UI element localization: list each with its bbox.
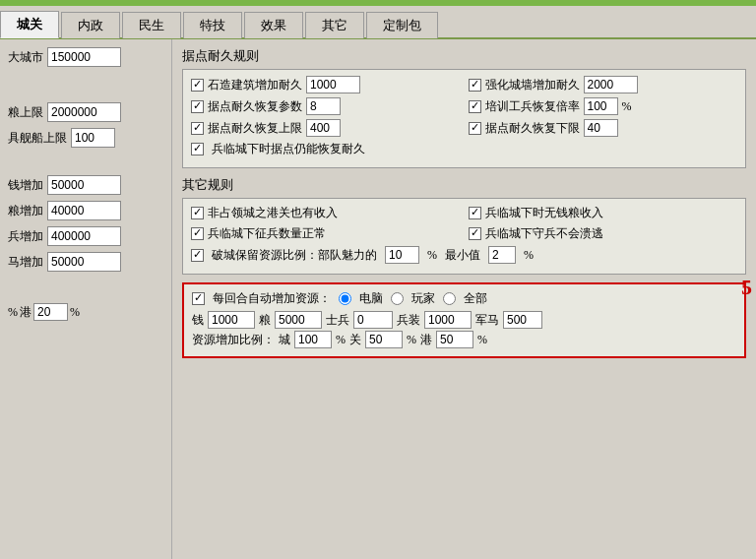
ship-limit-label: 具舰船上限 (8, 130, 67, 147)
tab-neizheng[interactable]: 内政 (61, 12, 120, 38)
grain-inc-label: 粮增加 (8, 203, 43, 219)
auto-resource-label: 每回合自动增加资源： (213, 290, 331, 307)
radio-all[interactable] (443, 292, 456, 305)
highlight-section: 5 每回合自动增加资源： 电脑 玩家 全部 钱 粮 (182, 282, 746, 358)
capture-resource-ratio-input[interactable] (385, 246, 419, 264)
sidebar-row-money-inc: 钱增加 (8, 175, 163, 195)
train-engineer-input[interactable] (584, 97, 618, 115)
port-ratio-input[interactable] (436, 331, 473, 348)
tab-dingzhibao[interactable]: 定制包 (366, 12, 438, 38)
main-layout: 大城市 粮上限 具舰船上限 钱增加 粮增加 兵增加 马增加 (0, 39, 756, 559)
durability-title: 据点耐久规则 (182, 47, 746, 65)
radio-player-label: 玩家 (411, 290, 435, 307)
other-row-1: 非占领城之港关也有收入 兵临城下时无钱粮收入 (191, 205, 737, 221)
gate-ratio-input[interactable] (365, 331, 403, 348)
recovery-upper-cb[interactable] (191, 122, 204, 135)
equipment-label-res: 兵装 (397, 312, 420, 329)
other-box: 非占领城之港关也有收入 兵临城下时无钱粮收入 兵临城下征兵数量正常 (182, 198, 746, 275)
percent-label: % (8, 305, 18, 320)
radio-all-label: 全部 (464, 290, 487, 307)
money-label-res: 钱 (192, 312, 204, 329)
city-label: 大城市 (8, 49, 43, 66)
other-col-2-1: 兵临城下征兵数量正常 (191, 225, 461, 242)
money-res-input[interactable] (208, 311, 255, 329)
sidebar-port-row: % 港 % (8, 303, 163, 321)
soldier-label-res: 士兵 (326, 312, 349, 329)
sidebar-row-ship-limit: 具舰船上限 (8, 128, 163, 148)
tab-chenguan[interactable]: 城关 (0, 11, 59, 38)
recovery-upper-input[interactable] (306, 119, 341, 137)
dur-col-1-2: 强化城墙增加耐久 (469, 76, 738, 93)
recovery-lower-cb[interactable] (469, 122, 481, 135)
min-value-unit: % (524, 248, 534, 263)
siege-no-rout-cb[interactable] (469, 227, 481, 240)
reinforce-wall-cb[interactable] (469, 79, 481, 92)
capture-resource-ratio-label: 破城保留资源比例：部队魅力的 (212, 247, 377, 264)
auto-resource-cb[interactable] (192, 292, 205, 305)
stone-building-label: 石造建筑增加耐久 (208, 77, 302, 93)
dur-row-4: 兵临城下时据点仍能恢复耐久 (191, 141, 737, 157)
non-occupied-income-cb[interactable] (191, 207, 204, 219)
min-value-label: 最小值 (445, 247, 480, 264)
recovery-lower-input[interactable] (584, 119, 618, 137)
train-engineer-cb[interactable] (469, 100, 481, 113)
horse-res-input[interactable] (503, 311, 542, 329)
resources-row: 钱 粮 士兵 兵装 军马 (192, 311, 736, 329)
sidebar-row-soldier-inc: 兵增加 (8, 226, 163, 246)
stone-building-input[interactable] (306, 76, 360, 93)
equipment-res-input[interactable] (424, 311, 472, 329)
grain-inc-input[interactable] (47, 201, 121, 220)
train-engineer-unit: % (622, 99, 632, 114)
soldier-inc-input[interactable] (47, 226, 121, 246)
money-inc-input[interactable] (47, 175, 121, 195)
port-input-sidebar[interactable] (33, 303, 68, 321)
tab-minsheng[interactable]: 民生 (122, 12, 181, 38)
ratio-row: 资源增加比例： 城 % 关 % 港 % (192, 331, 736, 348)
ship-limit-input[interactable] (71, 128, 115, 148)
radio-player[interactable] (391, 292, 404, 305)
recovery-param-cb[interactable] (191, 100, 204, 113)
port-label-sidebar: 港 (20, 304, 32, 321)
tab-teji[interactable]: 特技 (183, 12, 242, 38)
recovery-upper-label: 据点耐久恢复上限 (208, 120, 302, 137)
grain-limit-input[interactable] (47, 102, 121, 122)
min-value-input[interactable] (488, 246, 516, 264)
city-ratio-input[interactable] (294, 331, 332, 348)
capture-resource-ratio-cb[interactable] (191, 249, 204, 262)
gate-ratio-label: 关 (349, 332, 361, 348)
city-input[interactable] (47, 47, 121, 67)
radio-computer[interactable] (339, 292, 351, 305)
soldier-inc-label: 兵增加 (8, 228, 43, 245)
dur-col-2-2: 培训工兵恢复倍率 % (469, 97, 738, 115)
siege-recovery-label: 兵临城下时据点仍能恢复耐久 (212, 141, 365, 157)
siege-no-rout-label: 兵临城下守兵不会溃逃 (485, 225, 603, 242)
highlight-number: 5 (741, 275, 752, 300)
durability-box: 石造建筑增加耐久 强化城墙增加耐久 据点耐久恢复参数 (182, 69, 746, 168)
tab-qita[interactable]: 其它 (305, 12, 364, 38)
ratio-label: 资源增加比例： (192, 332, 275, 348)
soldier-res-input[interactable] (353, 311, 393, 329)
reinforce-wall-label: 强化城墙增加耐久 (485, 77, 580, 93)
city-ratio-unit: % (336, 333, 346, 347)
reinforce-wall-input[interactable] (584, 76, 638, 93)
sidebar: 大城市 粮上限 具舰船上限 钱增加 粮增加 兵增加 马增加 (0, 39, 172, 559)
horse-inc-input[interactable] (47, 252, 121, 272)
other-col-2-2: 兵临城下守兵不会溃逃 (469, 225, 738, 242)
siege-recovery-cb[interactable] (191, 143, 204, 155)
dur-row-3: 据点耐久恢复上限 据点耐久恢复下限 (191, 119, 737, 137)
horse-inc-label: 马增加 (8, 254, 43, 271)
radio-computer-label: 电脑 (359, 290, 383, 307)
stone-building-cb[interactable] (191, 79, 204, 92)
non-occupied-income-label: 非占领城之港关也有收入 (208, 205, 338, 221)
siege-recruit-normal-cb[interactable] (191, 227, 204, 240)
grain-res-input[interactable] (275, 311, 322, 329)
dur-col-3-2: 据点耐久恢复下限 (469, 119, 738, 137)
recovery-lower-label: 据点耐久恢复下限 (485, 120, 580, 137)
tab-xiaoguo[interactable]: 效果 (244, 12, 303, 38)
train-engineer-label: 培训工兵恢复倍率 (485, 98, 580, 115)
capture-ratio-unit: % (427, 248, 437, 263)
siege-no-income-label: 兵临城下时无钱粮收入 (485, 205, 603, 221)
recovery-param-input[interactable] (306, 97, 341, 115)
siege-no-income-cb[interactable] (469, 207, 481, 219)
other-row-3: 破城保留资源比例：部队魅力的 % 最小值 % (191, 246, 737, 264)
